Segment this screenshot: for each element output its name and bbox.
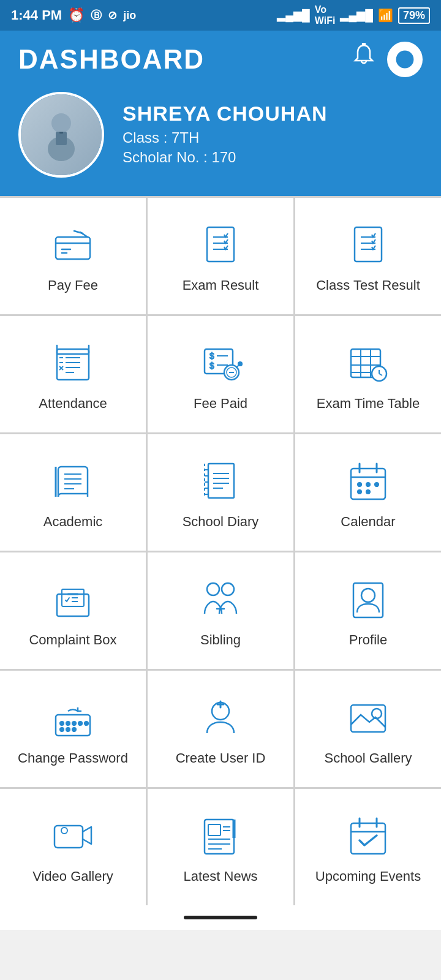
- profile-label: Profile: [349, 632, 387, 648]
- complaint-box-icon: [51, 577, 95, 621]
- svg-rect-107: [351, 823, 385, 854]
- svg-point-4: [51, 113, 71, 133]
- profile-section: SHREYA CHOUHAN Class : 7TH Scholar No. :…: [18, 92, 423, 178]
- svg-point-79: [222, 583, 234, 595]
- avatar: [18, 92, 104, 178]
- calendar-icon: [346, 459, 390, 503]
- grid-item-academic[interactable]: Academic: [0, 434, 146, 551]
- battery-display: 79%: [398, 7, 430, 24]
- user-name: SHREYA CHOUHAN: [123, 102, 328, 126]
- svg-point-82: [361, 589, 375, 602]
- status-right: ▂▄▆█ VoWiFi ▂▄▆█ 📶 79%: [277, 4, 430, 26]
- fee-paid-label: Fee Paid: [194, 396, 247, 412]
- attendance-label: Attendance: [39, 396, 107, 412]
- sibling-label: Sibling: [200, 632, 241, 648]
- grid-item-sibling[interactable]: Sibling: [148, 552, 293, 669]
- svg-point-38: [238, 362, 242, 366]
- grid-item-latest-news[interactable]: Latest News: [148, 789, 293, 905]
- signal-bars-icon: ▂▄▆█: [277, 9, 310, 22]
- alarm-icon: ⏰: [68, 7, 85, 23]
- bottom-bar: [0, 905, 441, 930]
- grid-item-change-password[interactable]: Change Password: [0, 671, 146, 787]
- header: DASHBOARD: [0, 31, 441, 196]
- svg-rect-6: [56, 132, 67, 145]
- upcoming-events-icon: [346, 813, 390, 858]
- dashboard-grid: Pay Fee Exam Result: [0, 196, 441, 905]
- grid-item-exam-timetable[interactable]: Exam Time Table: [295, 316, 441, 432]
- school-gallery-icon: [346, 695, 390, 739]
- create-user-id-label: Create User ID: [176, 750, 266, 766]
- svg-rect-100: [208, 824, 221, 835]
- user-class: Class : 7TH: [123, 129, 328, 146]
- grid-item-calendar[interactable]: Calendar: [295, 434, 441, 551]
- exam-result-icon: [198, 222, 243, 266]
- home-indicator: [184, 916, 257, 919]
- create-user-id-icon: [198, 695, 243, 739]
- sibling-icon: [198, 577, 243, 621]
- grid-item-pay-fee[interactable]: Pay Fee: [0, 198, 146, 314]
- svg-text:$: $: [209, 361, 214, 371]
- svg-point-96: [372, 709, 382, 718]
- svg-point-89: [60, 728, 64, 731]
- header-actions: [350, 42, 423, 77]
- latest-news-label: Latest News: [183, 869, 257, 884]
- pay-fee-icon: [51, 222, 95, 266]
- svg-text:$: $: [209, 351, 214, 361]
- status-bar: 1:44 PM ⏰ Ⓑ ⊘ jio ▂▄▆█ VoWiFi ▂▄▆█ 📶 79%: [0, 0, 441, 31]
- svg-rect-7: [59, 132, 63, 134]
- svg-rect-97: [55, 826, 83, 848]
- svg-point-88: [85, 722, 88, 725]
- svg-point-69: [366, 483, 370, 486]
- jio-label: jio: [123, 9, 136, 22]
- status-left: 1:44 PM ⏰ Ⓑ ⊘ jio: [11, 7, 136, 23]
- grid-item-class-test-result[interactable]: Class Test Result: [295, 198, 441, 314]
- signal-icon: ⊘: [108, 9, 117, 22]
- svg-point-98: [61, 827, 67, 834]
- profile-info: SHREYA CHOUHAN Class : 7TH Scholar No. :…: [123, 102, 328, 168]
- page-title: DASHBOARD: [18, 44, 205, 75]
- video-gallery-label: Video Gallery: [32, 869, 113, 884]
- svg-point-1: [363, 43, 365, 45]
- grid-item-profile[interactable]: Profile: [295, 552, 441, 669]
- grid-item-create-user-id[interactable]: Create User ID: [148, 671, 293, 787]
- school-diary-label: School Diary: [183, 514, 259, 530]
- pay-fee-label: Pay Fee: [48, 277, 98, 293]
- academic-icon: [51, 459, 95, 503]
- grid-item-upcoming-events[interactable]: Upcoming Events: [295, 789, 441, 905]
- grid-item-school-gallery[interactable]: School Gallery: [295, 671, 441, 787]
- svg-rect-53: [208, 464, 234, 498]
- wifi-icon: 📶: [378, 8, 393, 23]
- signal-bars2-icon: ▂▄▆█: [340, 9, 373, 22]
- svg-rect-13: [355, 227, 382, 262]
- notification-bell-icon[interactable]: [350, 43, 377, 76]
- svg-point-78: [207, 583, 219, 595]
- grid-item-fee-paid[interactable]: $ $ Fee Paid: [148, 316, 293, 432]
- video-gallery-icon: [51, 813, 95, 858]
- svg-point-71: [358, 490, 361, 494]
- logout-button[interactable]: [387, 42, 423, 77]
- exam-result-label: Exam Result: [183, 277, 259, 293]
- latest-news-icon: [198, 813, 243, 858]
- profile-icon: [346, 577, 390, 621]
- svg-point-85: [66, 722, 70, 725]
- exam-timetable-label: Exam Time Table: [317, 396, 420, 412]
- class-test-result-icon: [346, 222, 390, 266]
- grid-item-school-diary[interactable]: School Diary: [148, 434, 293, 551]
- svg-rect-9: [207, 227, 234, 262]
- class-test-result-label: Class Test Result: [316, 277, 420, 293]
- change-password-label: Change Password: [18, 750, 128, 766]
- svg-point-68: [358, 483, 361, 486]
- grid-item-attendance[interactable]: Attendance: [0, 316, 146, 432]
- svg-point-87: [78, 722, 82, 725]
- header-top: DASHBOARD: [18, 42, 423, 77]
- exam-timetable-icon: [346, 341, 390, 385]
- grid-item-exam-result[interactable]: Exam Result: [148, 198, 293, 314]
- school-gallery-label: School Gallery: [324, 750, 412, 766]
- bitcoin-icon: Ⓑ: [91, 8, 102, 23]
- grid-item-video-gallery[interactable]: Video Gallery: [0, 789, 146, 905]
- svg-point-70: [375, 483, 379, 486]
- grid-item-complaint-box[interactable]: Complaint Box: [0, 552, 146, 669]
- school-diary-icon: [198, 459, 243, 503]
- svg-rect-8: [56, 237, 90, 259]
- upcoming-events-label: Upcoming Events: [315, 869, 421, 884]
